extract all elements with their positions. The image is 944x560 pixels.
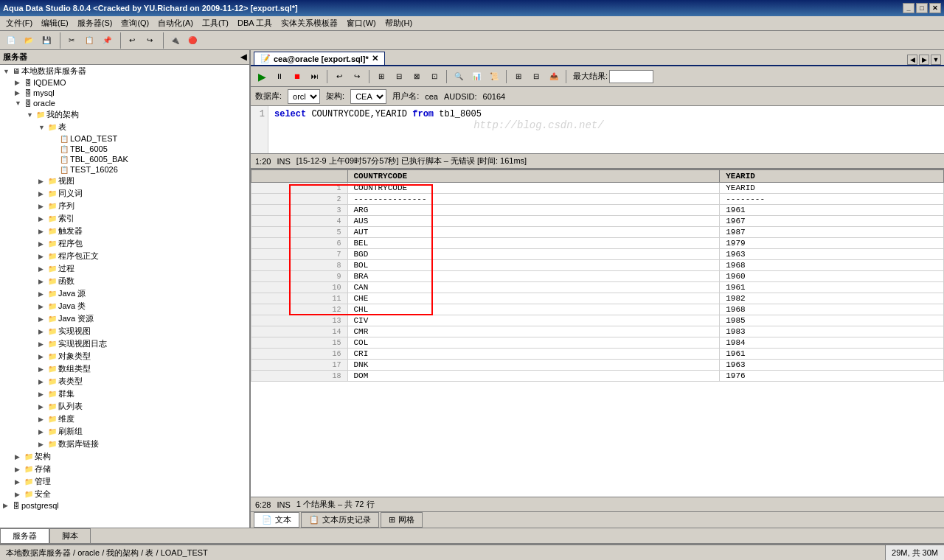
tree-item[interactable]: ▶📁表类型 xyxy=(0,375,249,388)
tree-item[interactable]: ▶📁数组类型 xyxy=(0,363,249,375)
tb-save[interactable]: 💾 xyxy=(38,32,55,49)
expand-icon[interactable]: ▶ xyxy=(15,491,24,498)
tree-item[interactable]: ▶📁维度 xyxy=(0,413,249,425)
tree-item[interactable]: ▶📁过程 xyxy=(0,262,249,275)
run-btn[interactable]: ▶ xyxy=(254,69,270,85)
menu-item-h[interactable]: 帮助(H) xyxy=(381,16,417,30)
expand-icon[interactable]: ▶ xyxy=(15,466,24,473)
tree-item[interactable]: ▶📁Java 类 xyxy=(0,300,249,312)
expand-icon[interactable]: ▶ xyxy=(38,278,47,285)
menu-item-a[interactable]: 自动化(A) xyxy=(153,16,198,30)
tab-next[interactable]: ▶ xyxy=(919,55,929,65)
main-tab[interactable]: 📝 cea@oracle [export.sql]* ✕ xyxy=(254,52,385,65)
expand-icon[interactable]: ▼ xyxy=(38,124,47,131)
tb-open[interactable]: 📂 xyxy=(21,32,37,49)
tree-item[interactable]: ▼📁表 xyxy=(0,121,249,133)
indent-btn[interactable]: ⊟ xyxy=(391,69,407,85)
expand-icon[interactable]: ▶ xyxy=(38,178,47,185)
expand-icon[interactable]: ▶ xyxy=(38,215,47,223)
tree-item[interactable]: ▶📁对象类型 xyxy=(0,350,249,363)
tree-item[interactable]: ▶📁数据库链接 xyxy=(0,438,249,450)
expand-icon[interactable]: ▶ xyxy=(38,441,47,448)
tree-item[interactable]: ▶📁视图 xyxy=(0,175,249,187)
format-btn[interactable]: ⊞ xyxy=(373,69,389,85)
menu-item-[interactable]: 实体关系模板器 xyxy=(277,16,342,30)
tb-redo[interactable]: ↪ xyxy=(142,32,158,49)
tree-item[interactable]: ▶📁队列表 xyxy=(0,400,249,413)
expand-icon[interactable]: ▶ xyxy=(15,79,24,86)
tree-item[interactable]: ▶📁索引 xyxy=(0,212,249,225)
tree-item[interactable]: ▶📁函数 xyxy=(0,275,249,287)
comment-btn[interactable]: ⊠ xyxy=(409,69,425,85)
menu-item-dba[interactable]: DBA 工具 xyxy=(233,16,277,30)
tree-item[interactable]: 📋TBL_6005_BAK xyxy=(0,154,249,164)
menu-item-f[interactable]: 文件(F) xyxy=(1,16,37,30)
expand-icon[interactable]: ▶ xyxy=(38,391,47,398)
expand-icon[interactable]: ▶ xyxy=(38,228,47,235)
tree-item[interactable]: ▶📁实现视图 xyxy=(0,325,249,337)
menu-item-q[interactable]: 查询(Q) xyxy=(117,16,153,30)
result-tab-text[interactable]: 📄 文本 xyxy=(254,512,299,528)
grid2-btn[interactable]: ⊟ xyxy=(528,69,544,85)
tree-item[interactable]: ▶🗄postgresql xyxy=(0,500,249,511)
tree-item[interactable]: 📋TBL_6005 xyxy=(0,144,249,154)
titlebar-controls[interactable]: _ □ ✕ xyxy=(903,3,941,13)
run-step-btn[interactable]: ⏭ xyxy=(307,69,323,85)
tb-paste[interactable]: 📌 xyxy=(99,32,115,49)
tree-item[interactable]: 📋LOAD_TEST xyxy=(0,133,249,144)
tree-item[interactable]: ▶🗄IQDEMO xyxy=(0,77,249,88)
expand-icon[interactable]: ▶ xyxy=(38,378,47,385)
tree-item[interactable]: ▼🗄oracle xyxy=(0,98,249,108)
expand-icon[interactable]: ▶ xyxy=(38,240,47,248)
maximize-button[interactable]: □ xyxy=(916,3,928,13)
tree-item[interactable]: ▶📁刷新组 xyxy=(0,425,249,438)
menu-item-w[interactable]: 窗口(W) xyxy=(342,16,381,30)
minimize-button[interactable]: _ xyxy=(903,3,914,13)
expand-icon[interactable]: ▶ xyxy=(15,478,24,486)
tb-connect[interactable]: 🔌 xyxy=(167,32,183,49)
schema-select[interactable]: CEA xyxy=(350,89,386,104)
expand-icon[interactable]: ▶ xyxy=(38,315,47,323)
grid-view-btn[interactable]: ⊞ xyxy=(510,69,527,85)
tab-prev[interactable]: ◀ xyxy=(907,55,917,65)
expand-icon[interactable]: ▶ xyxy=(38,340,47,348)
result-tab-history[interactable]: 📋 文本历史记录 xyxy=(301,512,379,528)
tab-close-icon[interactable]: ✕ xyxy=(372,54,378,63)
expand-icon[interactable]: ▶ xyxy=(38,290,47,298)
servers-tree[interactable]: ▼🖥本地数据库服务器▶🗄IQDEMO▶🗄mysql▼🗄oracle▼📁我的架构▼… xyxy=(0,65,249,528)
results-table-container[interactable]: COUNTRYCODE YEARID 1COUNTRYCODEYEARID2--… xyxy=(251,169,944,497)
menu-item-t[interactable]: 工具(T) xyxy=(198,16,233,30)
explain-btn[interactable]: 🔍 xyxy=(451,69,467,85)
expand-icon[interactable]: ▶ xyxy=(38,190,47,197)
servers-collapse[interactable]: ◀ xyxy=(240,52,246,62)
tree-item[interactable]: ▶📁安全 xyxy=(0,488,249,500)
expand-icon[interactable]: ▶ xyxy=(38,416,47,423)
tree-item[interactable]: ▼🖥本地数据库服务器 xyxy=(0,65,249,77)
expand-icon[interactable]: ▼ xyxy=(27,111,35,119)
expand-icon[interactable]: ▶ xyxy=(15,453,24,461)
expand-icon[interactable]: ▶ xyxy=(38,265,47,273)
tree-item[interactable]: ▶📁程序包 xyxy=(0,237,249,250)
menu-item-e[interactable]: 编辑(E) xyxy=(37,16,73,30)
commit-btn[interactable]: ↩ xyxy=(331,69,347,85)
expand-icon[interactable]: ▶ xyxy=(38,403,47,410)
close-button[interactable]: ✕ xyxy=(929,3,941,13)
stop-btn[interactable]: ⏹ xyxy=(289,69,305,85)
tree-item[interactable]: ▶🗄mysql xyxy=(0,88,249,98)
tree-item[interactable]: ▶📁群集 xyxy=(0,388,249,400)
pause-btn[interactable]: ⏸ xyxy=(271,69,288,85)
expand-icon[interactable]: ▶ xyxy=(38,365,47,373)
tb-undo[interactable]: ↩ xyxy=(124,32,140,49)
tb-cut[interactable]: ✂ xyxy=(63,32,80,49)
expand-icon[interactable]: ▶ xyxy=(38,253,47,260)
tb-disconnect[interactable]: 🔴 xyxy=(184,32,201,49)
tree-item[interactable]: ▶📁同义词 xyxy=(0,187,249,200)
menu-item-s[interactable]: 服务器(S) xyxy=(73,16,117,30)
expand-icon[interactable]: ▶ xyxy=(38,203,47,210)
expand-icon[interactable]: ▼ xyxy=(3,68,12,75)
rollback-btn[interactable]: ↪ xyxy=(349,69,365,85)
expand-icon[interactable]: ▼ xyxy=(15,99,24,107)
expand-icon[interactable]: ▶ xyxy=(38,303,47,310)
tree-item[interactable]: ▶📁实现视图日志 xyxy=(0,337,249,350)
tree-item[interactable]: ▶📁序列 xyxy=(0,200,249,212)
